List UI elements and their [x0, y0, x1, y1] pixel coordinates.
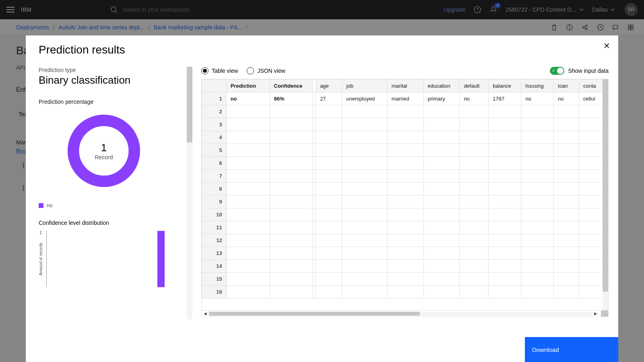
cell-education — [423, 208, 460, 221]
summary-panel: Prediction type Binary classification Pr… — [39, 67, 192, 317]
radio-json-label: JSON view — [257, 68, 285, 74]
cell-default — [460, 260, 489, 273]
cell-balance — [489, 144, 521, 157]
col-age[interactable]: age — [316, 80, 342, 93]
col-default[interactable]: default — [460, 80, 489, 93]
left-scrollbar[interactable] — [187, 67, 192, 319]
cell-age: 27 — [316, 93, 342, 105]
scroll-left-icon[interactable]: ◀ — [202, 311, 209, 316]
col-job[interactable]: job — [342, 80, 387, 93]
cell-loan — [554, 131, 579, 144]
col-rownum — [202, 80, 227, 93]
rownum: 14 — [202, 260, 227, 273]
close-icon[interactable]: ✕ — [603, 41, 610, 51]
cell-marital — [387, 170, 423, 183]
col-prediction[interactable]: Prediction — [226, 80, 270, 93]
table-row[interactable]: 7 — [202, 170, 608, 183]
table-row[interactable]: 12 — [202, 234, 608, 247]
grid-horizontal-scrollbar[interactable]: ◀ ▶ — [201, 311, 609, 317]
cell-marital — [387, 273, 423, 286]
table-row[interactable]: 14 — [202, 260, 608, 273]
table-row[interactable]: 10 — [202, 208, 608, 221]
cell-confidence — [270, 105, 313, 118]
cell-education — [423, 105, 460, 118]
cell-confidence — [270, 144, 313, 157]
confidence-bar-chart: Amount of records 1 — [39, 231, 188, 287]
grid-header-row: Prediction Confidence age job marital ed… — [202, 80, 608, 93]
cell-job — [342, 234, 387, 247]
cell-housing — [521, 221, 554, 234]
col-loan[interactable]: loan — [554, 80, 579, 93]
cell-balance — [489, 183, 521, 195]
cell-default — [460, 170, 489, 183]
radio-json-view[interactable]: JSON view — [247, 67, 285, 74]
table-row[interactable]: 16 — [202, 286, 608, 298]
cell-job — [342, 247, 387, 260]
table-row[interactable]: 13 — [202, 247, 608, 260]
cell-age — [316, 286, 342, 298]
cell-prediction — [226, 195, 270, 208]
cell-balance — [489, 131, 521, 144]
rownum: 5 — [202, 144, 227, 157]
cell-loan — [554, 183, 579, 195]
confidence-bar — [157, 231, 165, 287]
cell-default — [460, 195, 489, 208]
cell-loan — [554, 105, 579, 118]
cell-loan — [554, 170, 579, 183]
cell-education — [423, 273, 460, 286]
cell-job — [342, 195, 387, 208]
grid-vertical-scrollbar[interactable] — [603, 79, 608, 310]
cell-age — [316, 105, 342, 118]
cell-balance — [489, 170, 521, 183]
rownum: 13 — [202, 247, 227, 260]
rownum: 4 — [202, 131, 227, 144]
bar-tick-1: 1 — [39, 230, 42, 235]
cell-job — [342, 144, 387, 157]
col-balance[interactable]: balance — [489, 80, 521, 93]
cell-marital — [387, 286, 423, 298]
col-confidence[interactable]: Confidence — [270, 80, 313, 93]
cell-confidence — [270, 208, 313, 221]
scroll-right-icon[interactable]: ▶ — [592, 311, 599, 316]
toggle-show-input[interactable]: ✓ — [550, 67, 564, 75]
table-row[interactable]: 8 — [202, 183, 608, 195]
cell-age — [316, 144, 342, 157]
legend-swatch-no — [39, 203, 43, 208]
cell-prediction: no — [226, 93, 270, 105]
table-row[interactable]: 6 — [202, 157, 608, 170]
table-row[interactable]: 11 — [202, 221, 608, 234]
col-housing[interactable]: housing — [521, 80, 554, 93]
rownum: 2 — [202, 105, 227, 118]
results-grid[interactable]: Prediction Confidence age job marital ed… — [201, 79, 609, 311]
col-education[interactable]: education — [423, 80, 460, 93]
col-marital[interactable]: marital — [387, 80, 423, 93]
cell-default — [460, 208, 489, 221]
table-row[interactable]: 9 — [202, 195, 608, 208]
cell-age — [316, 273, 342, 286]
cell-housing — [521, 286, 554, 298]
cell-housing — [521, 144, 554, 157]
rownum: 1 — [202, 93, 227, 105]
donut-chart: 1 Record — [64, 111, 144, 191]
table-row[interactable]: 1no96%27unemployedmarriedprimaryno1787no… — [202, 93, 608, 105]
table-row[interactable]: 15 — [202, 273, 608, 286]
cell-age — [316, 221, 342, 234]
cell-education — [423, 183, 460, 195]
table-row[interactable]: 5 — [202, 144, 608, 157]
table-row[interactable]: 2 — [202, 105, 608, 118]
radio-table-view[interactable]: Table view — [201, 67, 238, 74]
table-row[interactable]: 3 — [202, 118, 608, 131]
rownum: 16 — [202, 286, 227, 298]
cell-education — [423, 234, 460, 247]
cell-prediction — [226, 234, 270, 247]
cell-prediction — [226, 170, 270, 183]
cell-education — [423, 170, 460, 183]
cell-default — [460, 131, 489, 144]
cell-education — [423, 144, 460, 157]
cell-marital — [387, 234, 423, 247]
download-button[interactable]: Download — [525, 337, 618, 362]
modal-title: Prediction results — [26, 35, 618, 60]
table-row[interactable]: 4 — [202, 131, 608, 144]
cell-default — [460, 221, 489, 234]
cell-balance — [489, 247, 521, 260]
